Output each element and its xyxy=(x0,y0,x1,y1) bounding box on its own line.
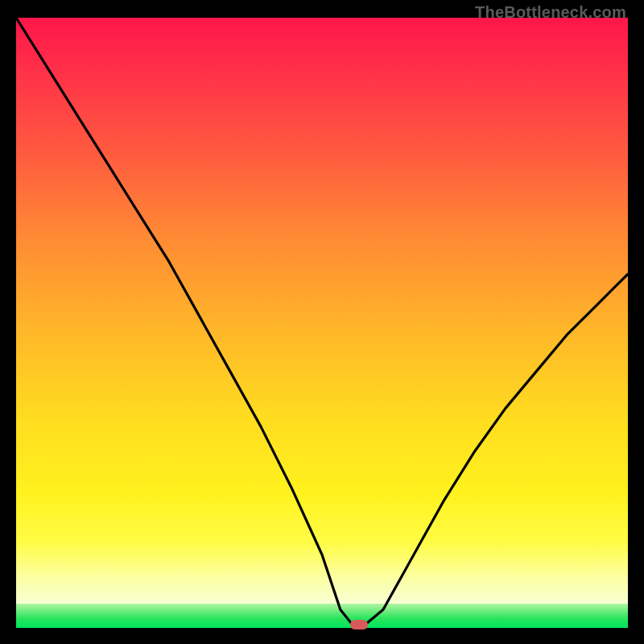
optimal-marker xyxy=(350,620,368,630)
bottleneck-curve xyxy=(16,18,628,628)
plot-area xyxy=(16,18,628,628)
chart-frame: TheBottleneck.com xyxy=(0,0,644,644)
